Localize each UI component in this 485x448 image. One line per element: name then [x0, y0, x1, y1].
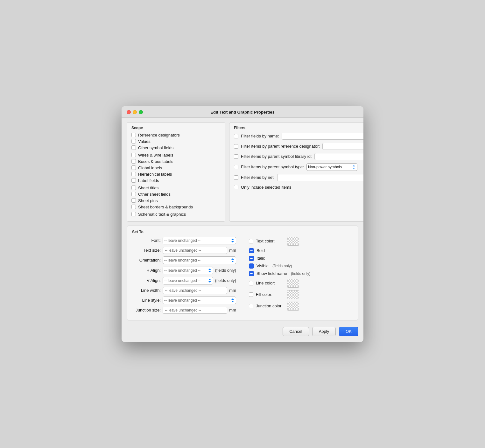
scope-cb-sheet-titles[interactable]	[131, 186, 136, 190]
filter-by-type-select[interactable]: Non-power symbols Power symbols All symb…	[306, 163, 357, 171]
orientation-label: Orientation:	[132, 258, 161, 262]
set-to-left: Font: -- leave unchanged -- Text size: m…	[132, 237, 243, 316]
junction-color-label: Junction color:	[256, 304, 285, 308]
italic-label: Italic	[257, 256, 265, 261]
ok-button[interactable]: OK	[339, 327, 358, 336]
scope-cb-hierarchical-labels[interactable]	[131, 172, 136, 176]
visible-note: (fields only)	[272, 264, 292, 268]
scope-cb-wires[interactable]	[131, 153, 136, 157]
dialog-body: Scope Reference designators Values Other…	[122, 118, 363, 342]
filter-by-lib-input[interactable]	[314, 153, 363, 160]
bold-label: Bold	[257, 248, 265, 253]
filter-by-type-row: Filter items by parent symbol type: Non-…	[234, 163, 363, 171]
traffic-lights	[127, 110, 143, 114]
scope-cb-values[interactable]	[131, 139, 136, 144]
text-size-label: Text size:	[132, 248, 161, 253]
text-color-swatch[interactable]	[287, 237, 299, 246]
scope-item-other-sheet-fields: Other sheet fields	[131, 192, 221, 197]
line-color-cb[interactable]	[249, 281, 253, 285]
scope-item-sheet-borders: Sheet borders & backgrounds	[131, 205, 221, 209]
scope-cb-other-symbol-fields[interactable]	[131, 145, 136, 150]
scope-cb-ref-designators[interactable]	[131, 133, 136, 137]
minimize-button[interactable]	[133, 110, 137, 114]
button-row: Cancel Apply OK	[127, 324, 358, 338]
filter-by-net-row: Filter items by net:	[234, 174, 363, 181]
cancel-button[interactable]: Cancel	[283, 327, 309, 336]
text-color-label: Text color:	[256, 239, 285, 243]
scope-label-hierarchical-labels: Hierarchical labels	[138, 172, 172, 177]
filter-by-name-input[interactable]	[282, 133, 363, 140]
orientation-row: Orientation: -- leave unchanged --	[132, 256, 236, 264]
close-button[interactable]	[127, 110, 131, 114]
h-align-select[interactable]: -- leave unchanged --	[163, 267, 213, 274]
junction-size-label: Junction size:	[132, 308, 161, 312]
filter-by-ref-cb[interactable]	[234, 144, 238, 149]
dialog-title: Edit Text and Graphic Properties	[210, 110, 274, 115]
apply-button[interactable]: Apply	[312, 327, 336, 336]
line-color-swatch[interactable]	[287, 279, 299, 288]
filter-by-type-cb[interactable]	[234, 165, 238, 169]
h-align-label: H Align:	[132, 268, 161, 273]
scope-cb-schematic-text[interactable]	[131, 212, 136, 216]
filter-by-net-label: Filter items by net:	[241, 175, 275, 180]
scope-label-ref-designators: Reference designators	[138, 133, 180, 137]
fill-color-label: Fill color:	[256, 292, 285, 297]
filter-by-type-label: Filter items by parent symbol type:	[241, 164, 304, 169]
scope-cb-buses[interactable]	[131, 159, 136, 164]
junction-color-swatch[interactable]	[287, 302, 299, 311]
junction-color-cb[interactable]	[249, 304, 253, 308]
filter-by-net-cb[interactable]	[234, 175, 238, 180]
scope-cb-global-labels[interactable]	[131, 165, 136, 170]
bold-cb[interactable]	[249, 248, 254, 253]
set-to-panel: Set To Font: -- leave unchanged -- Text …	[127, 226, 358, 320]
filter-by-name-row: Filter fields by name:	[234, 133, 363, 140]
filter-by-net-input[interactable]	[277, 174, 363, 181]
filter-by-name-cb[interactable]	[234, 134, 238, 138]
italic-row: Italic	[249, 256, 353, 261]
only-selected-cb[interactable]	[234, 185, 238, 189]
scope-item-other-symbol-fields: Other symbol fields	[131, 145, 221, 150]
scope-label-wires: Wires & wire labels	[138, 153, 173, 158]
italic-cb[interactable]	[249, 256, 254, 261]
scope-item-ref-designators: Reference designators	[131, 133, 221, 137]
orientation-select[interactable]: -- leave unchanged --	[163, 256, 236, 264]
show-field-name-label: Show field name	[257, 271, 287, 276]
text-size-input[interactable]	[163, 247, 227, 254]
scope-cb-sheet-pins[interactable]	[131, 198, 136, 203]
scope-cb-label-fields[interactable]	[131, 178, 136, 183]
v-align-select[interactable]: -- leave unchanged --	[163, 277, 213, 284]
scope-cb-sheet-borders[interactable]	[131, 205, 136, 209]
visible-cb[interactable]	[249, 263, 254, 269]
scope-panel: Scope Reference designators Values Other…	[127, 122, 225, 222]
scope-cb-other-sheet-fields[interactable]	[131, 192, 136, 196]
h-align-row: H Align: -- leave unchanged -- (fields o…	[132, 267, 236, 274]
filter-by-ref-input[interactable]	[322, 143, 363, 150]
line-width-input[interactable]	[163, 287, 227, 294]
filter-by-ref-row: Filter items by parent reference designa…	[234, 143, 363, 150]
visible-label: Visible	[257, 263, 269, 268]
v-align-row: V Align: -- leave unchanged -- (fields o…	[132, 277, 236, 284]
scope-label-values: Values	[138, 139, 151, 144]
scope-item-buses: Buses & bus labels	[131, 159, 221, 164]
scope-label-global-labels: Global labels	[138, 165, 162, 170]
junction-size-unit: mm	[229, 308, 236, 312]
set-to-right: Text color: Bold Italic	[243, 237, 353, 316]
text-color-cb[interactable]	[249, 239, 253, 243]
font-select[interactable]: -- leave unchanged --	[163, 237, 236, 244]
junction-size-input[interactable]	[163, 307, 227, 314]
set-to-grid: Font: -- leave unchanged -- Text size: m…	[132, 237, 353, 316]
scope-item-sheet-titles: Sheet titles	[131, 186, 221, 190]
visible-row: Visible (fields only)	[249, 263, 353, 269]
fill-color-row: Fill color:	[249, 290, 353, 299]
filter-by-ref-label: Filter items by parent reference designa…	[241, 144, 320, 149]
maximize-button[interactable]	[139, 110, 143, 114]
fill-color-cb[interactable]	[249, 292, 253, 297]
show-field-name-cb[interactable]	[249, 271, 254, 276]
fill-color-swatch[interactable]	[287, 290, 299, 299]
line-style-select[interactable]: -- leave unchanged --	[163, 297, 236, 304]
dialog: Edit Text and Graphic Properties Scope R…	[122, 106, 363, 342]
bold-row: Bold	[249, 248, 353, 253]
scope-label-schematic-text: Schematic text & graphics	[138, 212, 186, 217]
scope-item-global-labels: Global labels	[131, 165, 221, 170]
filter-by-lib-cb[interactable]	[234, 154, 238, 159]
